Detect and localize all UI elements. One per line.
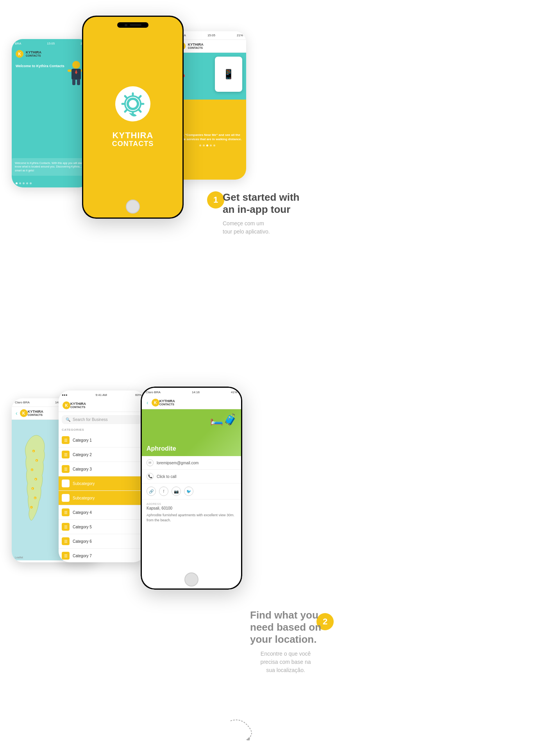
logo-detail: KYTHIRA CONTACTS	[159, 399, 175, 406]
step2-title: Find what you need based on your locatio…	[250, 609, 321, 646]
time-left: 15:05	[47, 42, 55, 45]
social-row: 🔗 f 📷 🐦	[142, 483, 241, 499]
phone-text: Click to call	[157, 474, 177, 479]
cat-item-4[interactable]: ☰ Category 4	[59, 505, 145, 520]
logo-text-left: KYTHIRA CONTACTS	[26, 51, 41, 57]
dot-r5	[213, 144, 215, 146]
dot-3	[23, 182, 25, 184]
phone-icon: 📞	[147, 473, 154, 480]
website-btn[interactable]: 🔗	[147, 487, 156, 496]
svg-rect-4	[77, 79, 80, 85]
gear-icon	[119, 90, 147, 118]
phone-detail-view: Claro BRA 14:16 41% ‹ K KYTHIRA CONTACTS…	[141, 387, 242, 590]
welcome-section: Welcome to Kythira Contacts Welco	[12, 60, 90, 187]
email-row[interactable]: ✉ loremipsem@gmail.com	[142, 456, 241, 470]
cat-name-sub1: Subcategory	[73, 481, 95, 486]
cat-icon-sub2: ☰	[62, 494, 70, 502]
notch-bar	[117, 22, 148, 28]
address-label: ADDRESS	[147, 503, 236, 505]
categories-label: CATEGORIES	[59, 427, 145, 433]
hero-illustration: 🛏️🧳	[210, 413, 237, 426]
cat-item-6[interactable]: ☰ Category 6	[59, 534, 145, 549]
cat-item-7[interactable]: ☰ Category 7	[59, 549, 145, 562]
hero-image-detail: 🛏️🧳 Aphrodite	[142, 409, 241, 456]
carrier-left: BRA	[15, 42, 21, 45]
home-button-detail[interactable]	[184, 572, 198, 587]
search-icon: 🔍	[66, 417, 70, 422]
back-arrow-map[interactable]: ‹	[16, 410, 18, 416]
cat-name-7: Category 7	[73, 554, 92, 558]
step2-info: Find what you need based on your locatio…	[250, 609, 321, 674]
dot-r3	[206, 144, 208, 146]
step1-subtitle: Começe com um tour pelo aplicativo.	[223, 219, 299, 236]
logo-icon-cat: K	[63, 401, 70, 409]
cat-item-sub1[interactable]: ☰ Subcategory	[59, 476, 145, 491]
battery-right: 21%	[237, 34, 243, 37]
swirl-arrow	[227, 717, 258, 740]
phone-mini-in-map: 📱	[215, 57, 242, 92]
cat-name-1: Category 1	[73, 438, 92, 442]
app-header-detail: ‹ K KYTHIRA CONTACTS	[142, 396, 241, 409]
status-bar-left: BRA 15:05 21%	[12, 39, 90, 48]
cat-item-1[interactable]: ☰ Category 1	[59, 433, 145, 448]
speaker	[130, 24, 141, 26]
cat-name-2: Category 2	[73, 453, 92, 457]
detail-description: Aphrodite furnished apartments with exce…	[147, 513, 236, 522]
svg-point-0	[72, 61, 80, 69]
step1-title: Get started with an in-app tour	[223, 191, 299, 216]
cat-item-5[interactable]: ☰ Category 5	[59, 520, 145, 534]
business-name: Aphrodite	[147, 445, 176, 452]
dot-r1	[199, 144, 201, 146]
logo-icon-map: K	[20, 409, 28, 417]
step1-info: Get started with an in-app tour Começe c…	[223, 191, 299, 236]
gear-icon-wrap	[115, 86, 150, 121]
cat-item-3[interactable]: ☰ Category 3	[59, 462, 145, 476]
welcome-text: Welcome to Kythira Contacts	[16, 64, 64, 68]
description-box: Welcome to Kythira Contacts. With this a…	[12, 158, 90, 176]
search-placeholder: Search for Business	[73, 417, 108, 422]
facebook-btn[interactable]: f	[159, 487, 168, 496]
dots-indicator-left	[16, 182, 32, 184]
cat-icon-1: ☰	[62, 436, 70, 444]
cat-icon-6: ☰	[62, 537, 70, 545]
cat-icon-7: ☰	[62, 552, 70, 560]
phone-row[interactable]: 📞 Click to call	[142, 470, 241, 483]
twitter-btn[interactable]: 🐦	[184, 487, 193, 496]
home-button-center[interactable]	[126, 200, 140, 214]
phone-categories-view: ●●● 9:41 AM 60% K KYTHIRA CONTACTS 🔍 Sea…	[59, 390, 145, 562]
phone-welcome: BRA 15:05 21% K KYTHIRA CONTACTS Welcome…	[12, 39, 90, 187]
dot-4	[26, 182, 28, 184]
cat-icon-5: ☰	[62, 523, 70, 531]
cat-item-sub2[interactable]: ☰ Subcategory	[59, 491, 145, 505]
phone-splash: KYTHIRA CONTACTS	[82, 16, 184, 219]
phone-emoji: 📱	[223, 69, 234, 80]
svg-rect-5	[68, 70, 72, 72]
cat-name-4: Category 4	[73, 510, 92, 515]
cat-icon-sub1: ☰	[62, 480, 70, 487]
address-section: ADDRESS Kapsali, 60100 Aphrodite furnish…	[142, 499, 241, 526]
step1-badge: 1	[207, 191, 224, 209]
cat-name-6: Category 6	[73, 539, 92, 544]
detail-body: ✉ loremipsem@gmail.com 📞 Click to call 🔗…	[142, 456, 241, 588]
logo-cat: KYTHIRA CONTACTS	[70, 402, 86, 408]
camera	[125, 24, 127, 27]
island-svg: 1 2 3 4 5 6 7	[20, 420, 51, 545]
description-text: Welcome to Kythira Contacts. With this a…	[15, 161, 87, 173]
back-arrow-detail[interactable]: ‹	[147, 399, 148, 406]
cat-name-5: Category 5	[73, 525, 92, 529]
cat-icon-2: ☰	[62, 451, 70, 458]
cat-icon-4: ☰	[62, 508, 70, 516]
cat-item-2[interactable]: ☰ Category 2	[59, 448, 145, 462]
email-icon: ✉	[147, 459, 154, 466]
search-bar[interactable]: 🔍 Search for Business	[62, 415, 141, 424]
dots-indicator-right	[199, 144, 215, 146]
logo-right: KYTHIRA CONTACTS	[188, 43, 204, 49]
dot-r4	[210, 144, 212, 146]
leaflet-attribution: Leaflet	[15, 556, 23, 559]
status-bar-detail: Claro BRA 14:16 41%	[142, 388, 241, 396]
section-1: BRA 15:05 21% K KYTHIRA CONTACTS Welcome…	[0, 0, 547, 375]
app-header-left: K KYTHIRA CONTACTS	[12, 48, 90, 60]
email-text: loremipsem@gmail.com	[157, 461, 198, 465]
instagram-btn[interactable]: 📷	[172, 487, 181, 496]
svg-rect-3	[72, 79, 75, 85]
